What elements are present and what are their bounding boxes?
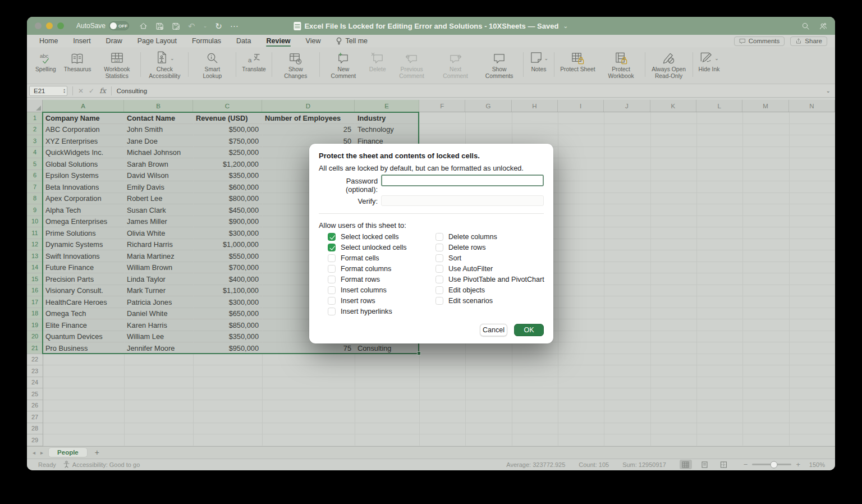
minimize-window-button[interactable] — [46, 22, 53, 29]
cell-industry[interactable]: Technology — [355, 125, 419, 134]
undo-icon[interactable]: ↶ — [188, 22, 195, 30]
cell-employees[interactable]: 25 — [262, 125, 355, 134]
autosave-toggle[interactable]: OFF — [109, 21, 129, 30]
column-header[interactable]: J — [604, 100, 650, 112]
cell-company[interactable]: XYZ Enterprises — [43, 137, 124, 145]
cell-company[interactable]: QuickWidgets Inc. — [43, 148, 124, 157]
checkbox[interactable] — [435, 254, 443, 262]
page-layout-view-button[interactable] — [699, 460, 711, 469]
cell-revenue[interactable]: $350,000 — [193, 332, 262, 341]
cell-contact[interactable]: Richard Harris — [124, 240, 193, 249]
cell-contact[interactable]: Olivia White — [124, 229, 193, 237]
share-button[interactable]: Share — [790, 36, 827, 46]
cell-industry[interactable]: Consulting — [355, 344, 419, 352]
cell-revenue[interactable]: $300,000 — [193, 229, 262, 237]
row-header[interactable]: 13 — [27, 250, 43, 262]
row-header[interactable]: 18 — [27, 308, 43, 320]
ribbon-tab[interactable]: Home — [39, 35, 58, 47]
column-header[interactable]: K — [650, 100, 696, 112]
cell-revenue[interactable]: $900,000 — [193, 217, 262, 226]
cell-revenue[interactable]: $550,000 — [193, 252, 262, 260]
cell-company[interactable]: Prime Solutions — [43, 229, 124, 237]
search-icon[interactable] — [801, 22, 810, 30]
title-chevron-icon[interactable]: ⌄ — [563, 22, 568, 30]
cell-revenue[interactable]: $600,000 — [193, 183, 262, 191]
accessibility-status[interactable]: Accessibility: Good to go — [63, 461, 140, 468]
row-header[interactable]: 4 — [27, 147, 43, 159]
checkbox[interactable] — [435, 265, 443, 273]
checkbox[interactable] — [435, 244, 443, 251]
prev-sheet-icon[interactable]: ◂ — [33, 450, 35, 456]
row-header[interactable]: 12 — [27, 239, 43, 251]
cell-company[interactable]: Global Solutions — [43, 160, 124, 168]
zoom-in-button[interactable]: + — [796, 460, 800, 469]
row-header[interactable]: 6 — [27, 170, 43, 182]
cell-company[interactable]: Swift Innovations — [43, 252, 124, 260]
cell-revenue[interactable]: $1,000,000 — [193, 240, 262, 249]
cell-contact[interactable]: Emily Davis — [124, 183, 193, 191]
cell-company[interactable]: Elite Finance — [43, 321, 124, 329]
new-comment-button[interactable]: New Comment — [322, 50, 365, 83]
cell-contact[interactable]: Karen Harris — [124, 321, 193, 329]
checkbox[interactable] — [328, 244, 336, 251]
cell-revenue[interactable]: $850,000 — [193, 321, 262, 329]
row-header[interactable]: 21 — [27, 342, 43, 354]
ribbon-tab[interactable]: View — [306, 35, 321, 47]
row-header[interactable]: 3 — [27, 135, 43, 147]
row-header[interactable]: 10 — [27, 216, 43, 228]
row-header[interactable]: 23 — [27, 365, 43, 377]
cell-company[interactable]: Quantum Devices — [43, 332, 124, 341]
column-header[interactable]: G — [465, 100, 511, 112]
cell-revenue[interactable]: $700,000 — [193, 263, 262, 272]
fill-handle[interactable] — [417, 351, 421, 355]
sheet-tab-people[interactable]: People — [48, 447, 88, 457]
column-header[interactable]: F — [419, 100, 465, 112]
cell-revenue[interactable]: $950,000 — [193, 344, 262, 352]
formula-bar-expand-icon[interactable]: ⌄ — [826, 88, 831, 94]
normal-view-button[interactable] — [680, 460, 692, 469]
row-header[interactable]: 27 — [27, 411, 43, 423]
cell-revenue[interactable]: $500,000 — [193, 125, 262, 134]
cell-company[interactable]: Omega Tech — [43, 309, 124, 318]
workbook-statistics-button[interactable]: 123 Workbook Statistics — [95, 50, 139, 83]
checkbox[interactable] — [328, 265, 336, 273]
row-header[interactable]: 5 — [27, 158, 43, 170]
checkbox[interactable] — [328, 233, 336, 241]
cell-company[interactable]: HealthCare Heroes — [43, 298, 124, 306]
checkbox[interactable] — [328, 297, 336, 305]
cell-contact[interactable]: Linda Taylor — [124, 275, 193, 283]
row-header[interactable]: 29 — [27, 434, 43, 446]
row-header[interactable]: 15 — [27, 273, 43, 285]
cell-revenue[interactable]: $1,100,000 — [193, 286, 262, 295]
table-header-cell[interactable]: Contact Name — [124, 114, 193, 122]
password-input[interactable] — [381, 175, 544, 186]
save-as-icon[interactable] — [172, 22, 180, 30]
spelling-button[interactable]: abc Spelling — [31, 50, 60, 83]
row-header[interactable]: 7 — [27, 181, 43, 193]
notes-button[interactable]: ⌄ Notes — [525, 50, 553, 83]
checkbox[interactable] — [435, 233, 443, 241]
redo-icon[interactable]: ↻ — [215, 22, 222, 30]
ribbon-tab[interactable]: Data — [236, 35, 251, 47]
cell-contact[interactable]: Susan Clark — [124, 206, 193, 214]
column-header[interactable]: B — [124, 100, 193, 112]
permission-option[interactable]: Format rows — [328, 274, 407, 285]
cell-contact[interactable]: William Brown — [124, 263, 193, 272]
cell-contact[interactable]: Michael Johnson — [124, 148, 193, 157]
checkbox[interactable] — [328, 286, 336, 294]
cell-revenue[interactable]: $350,000 — [193, 171, 262, 180]
zoom-slider[interactable] — [752, 464, 791, 465]
checkbox[interactable] — [435, 276, 443, 283]
cell-company[interactable]: Visionary Consult. — [43, 286, 124, 295]
ok-button[interactable]: OK — [514, 324, 544, 336]
row-header[interactable]: 25 — [27, 388, 43, 400]
row-header[interactable]: 1 — [27, 112, 43, 124]
row-header[interactable]: 9 — [27, 204, 43, 216]
cell-contact[interactable]: Mark Turner — [124, 286, 193, 295]
cell-company[interactable]: Omega Enterprises — [43, 217, 124, 226]
home-icon[interactable] — [139, 22, 148, 30]
permission-option[interactable]: Insert rows — [328, 295, 407, 306]
cell-contact[interactable]: David Wilson — [124, 171, 193, 180]
table-header-cell[interactable]: Number of Employees — [262, 114, 355, 122]
row-header[interactable]: 19 — [27, 319, 43, 331]
